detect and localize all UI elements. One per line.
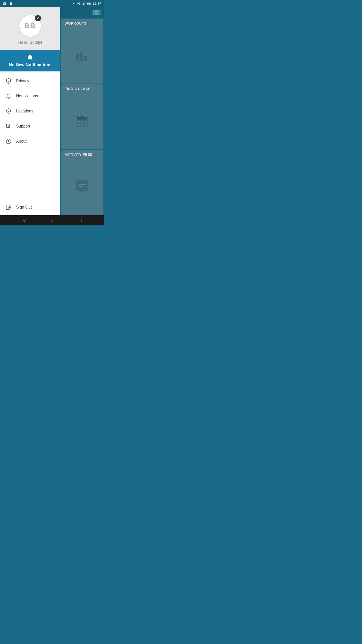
drawer-header: BB Hello, Buddy!	[0, 7, 60, 50]
notification-banner: No New Notifications	[0, 50, 60, 71]
sign-out-button[interactable]: Sign Out	[0, 199, 60, 215]
cards-list: WORKOUTS FIND A CLASS	[60, 18, 104, 215]
shield-check-icon	[5, 77, 12, 85]
activity-feed-card-body	[61, 158, 103, 215]
main-toolbar	[60, 7, 104, 18]
svg-rect-1	[83, 3, 83, 5]
bar-chart-icon	[75, 49, 89, 62]
status-bar: 4G 12:37	[0, 0, 104, 7]
activity-feed-title: ACTIVITY FEED	[61, 150, 103, 158]
bluetooth-icon	[73, 2, 75, 5]
notification-text: No New Notifications	[9, 62, 52, 67]
settings-icon	[3, 2, 7, 5]
user-greeting: Hello, Buddy!	[18, 40, 42, 45]
support-label: Support	[16, 124, 30, 129]
signal-4g-icon: 4G	[77, 2, 80, 5]
svg-rect-42	[84, 124, 86, 126]
avatar-initials: BB	[25, 22, 36, 30]
main-layout: BB Hello, Buddy! No New Notifications	[0, 7, 104, 215]
svg-rect-3	[84, 2, 85, 5]
svg-rect-0	[82, 4, 82, 5]
calendar-icon	[75, 114, 89, 128]
svg-rect-44	[79, 186, 83, 187]
svg-rect-39	[84, 121, 86, 123]
menu-item-notifications[interactable]: Notifications	[0, 89, 60, 104]
status-bar-right: 4G 12:37	[73, 2, 101, 6]
svg-rect-37	[78, 121, 80, 123]
find-a-class-title: FIND A CLASS	[61, 84, 103, 92]
clipboard-icon	[9, 2, 13, 5]
recents-button[interactable]: □	[79, 218, 81, 223]
external-link-icon	[5, 123, 12, 130]
locations-label: Locations	[16, 109, 33, 113]
svg-rect-43	[79, 184, 86, 185]
menu-item-support[interactable]: Support	[0, 119, 60, 134]
menu-item-locations[interactable]: Locations	[0, 104, 60, 119]
workouts-card-body	[61, 27, 103, 84]
home-button[interactable]: ○	[51, 218, 54, 223]
info-circle-icon	[5, 138, 12, 145]
svg-rect-38	[81, 121, 83, 123]
svg-rect-32	[84, 56, 87, 61]
menu-item-privacy[interactable]: Privacy	[0, 73, 60, 89]
bottom-nav: ◁ ○ □	[0, 215, 104, 225]
map-pin-icon	[5, 108, 12, 115]
battery-icon	[87, 2, 91, 5]
back-button[interactable]: ◁	[23, 218, 26, 223]
workouts-title: WORKOUTS	[61, 19, 103, 27]
signal-bars-icon	[82, 2, 85, 5]
svg-point-10	[8, 110, 9, 111]
edit-avatar-button[interactable]	[35, 15, 41, 21]
status-bar-left	[3, 2, 13, 5]
avatar-container: BB	[19, 15, 41, 37]
privacy-label: Privacy	[16, 79, 29, 83]
svg-rect-36	[79, 115, 80, 117]
activity-feed-card[interactable]: ACTIVITY FEED	[61, 150, 103, 215]
sign-out-label: Sign Out	[16, 205, 32, 210]
navigation-drawer: BB Hello, Buddy! No New Notifications	[0, 7, 60, 215]
chat-icon	[75, 179, 89, 193]
notifications-label: Notifications	[16, 94, 38, 98]
main-content: WORKOUTS FIND A CLASS	[60, 7, 104, 215]
barcode-icon[interactable]	[93, 9, 101, 16]
svg-rect-31	[80, 52, 83, 61]
notification-bell-icon	[27, 54, 34, 61]
svg-rect-41	[81, 124, 83, 126]
svg-rect-35	[84, 115, 86, 117]
menu-item-about[interactable]: About	[0, 134, 60, 149]
workouts-card[interactable]: WORKOUTS	[61, 19, 103, 84]
svg-rect-34	[77, 116, 87, 119]
sign-out-icon	[5, 204, 12, 211]
svg-rect-5	[90, 3, 91, 4]
menu-list: Privacy Notifications	[0, 71, 60, 199]
find-a-class-card[interactable]: FIND A CLASS	[61, 84, 103, 149]
svg-rect-40	[78, 124, 80, 126]
about-label: About	[16, 139, 27, 144]
status-time: 12:37	[93, 2, 101, 6]
find-a-class-card-body	[61, 92, 103, 149]
svg-rect-30	[76, 54, 79, 61]
svg-rect-2	[83, 3, 84, 5]
bell-icon	[5, 93, 12, 100]
